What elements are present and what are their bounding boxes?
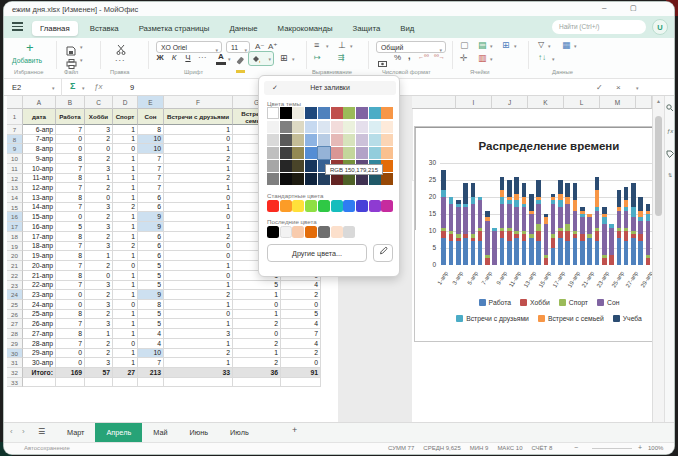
cell-A23[interactable]: 22-апр bbox=[23, 281, 56, 291]
cell-E18[interactable]: 6 bbox=[138, 232, 164, 242]
row-header-7[interactable]: 7 bbox=[7, 125, 23, 135]
functions-icon[interactable]: ƒx bbox=[665, 128, 674, 134]
cell-D20[interactable]: 1 bbox=[113, 251, 138, 261]
column-header-M[interactable]: M bbox=[600, 96, 636, 109]
cell-B21[interactable]: 7 bbox=[56, 261, 85, 271]
cell-B29[interactable]: 7 bbox=[56, 339, 85, 349]
cell-F30[interactable]: 2 bbox=[164, 349, 233, 359]
tint-color-swatch[interactable] bbox=[369, 121, 381, 133]
increase-decimal-icon[interactable]: ⁰⁰→ bbox=[434, 53, 445, 60]
theme-color-swatch[interactable] bbox=[318, 107, 330, 119]
cell-C24[interactable]: 2 bbox=[85, 290, 113, 300]
italic-button[interactable]: К bbox=[168, 53, 180, 62]
recent-color-swatch[interactable] bbox=[267, 226, 279, 238]
row-header-24[interactable]: 24 bbox=[7, 290, 23, 300]
cell-H28[interactable]: 7 bbox=[281, 329, 321, 339]
cell-C33[interactable] bbox=[85, 378, 113, 388]
conditional-format-caret-icon[interactable]: ▾ bbox=[574, 43, 577, 49]
cell-D25[interactable]: 0 bbox=[113, 300, 138, 310]
header-cell-C1[interactable]: Хобби bbox=[85, 109, 113, 125]
prev-sheet-icon[interactable]: ‹ bbox=[10, 427, 13, 436]
borders-button[interactable]: ⊞ bbox=[280, 53, 288, 63]
tint-color-swatch[interactable] bbox=[292, 173, 304, 185]
cell-B12[interactable]: 8 bbox=[56, 174, 85, 184]
row-header-28[interactable]: 28 bbox=[7, 329, 23, 339]
cell-C27[interactable]: 3 bbox=[85, 319, 113, 329]
insert-row-icon[interactable]: ▤ bbox=[478, 40, 487, 50]
cell-B23[interactable]: 7 bbox=[56, 281, 85, 291]
row-header-18[interactable]: 18 bbox=[7, 232, 23, 242]
tint-color-swatch[interactable] bbox=[369, 134, 381, 146]
zoom-out-button[interactable]: − bbox=[574, 444, 578, 451]
cell-E11[interactable]: 7 bbox=[138, 164, 164, 174]
row-header-25[interactable]: 25 bbox=[7, 300, 23, 310]
cell-F7[interactable]: 1 bbox=[164, 125, 233, 135]
cell-F21[interactable]: 1 bbox=[164, 261, 233, 271]
theme-color-swatch[interactable] bbox=[331, 107, 343, 119]
cell-B18[interactable]: 8 bbox=[56, 232, 85, 242]
cell-A24[interactable]: 23-апр bbox=[23, 290, 56, 300]
chart-object[interactable]: Распределение времени 0510152025301-апр3… bbox=[414, 126, 652, 342]
increase-font-icon[interactable]: A⁺ bbox=[268, 42, 278, 51]
theme-color-swatch[interactable] bbox=[369, 107, 381, 119]
tint-color-swatch[interactable] bbox=[381, 160, 393, 172]
tint-color-swatch[interactable] bbox=[280, 160, 292, 172]
cell-H27[interactable]: 4 bbox=[281, 319, 321, 329]
cell-E15[interactable]: 6 bbox=[138, 203, 164, 213]
cell-D23[interactable]: 1 bbox=[113, 281, 138, 291]
cell-C17[interactable]: 3 bbox=[85, 222, 113, 232]
cell-D24[interactable]: 1 bbox=[113, 290, 138, 300]
cell-A12[interactable]: 11-апр bbox=[23, 174, 56, 184]
cell-F29[interactable]: 1 bbox=[164, 339, 233, 349]
tint-color-swatch[interactable] bbox=[280, 173, 292, 185]
cell-F24[interactable]: 2 bbox=[164, 290, 233, 300]
cell-B26[interactable]: 8 bbox=[56, 310, 85, 320]
menu-tab-Макрокоманды[interactable]: Макрокоманды bbox=[270, 21, 341, 36]
cell-F12[interactable]: 2 bbox=[164, 174, 233, 184]
cell-D9[interactable]: 0 bbox=[113, 144, 138, 154]
cell-B25[interactable]: 0 bbox=[56, 300, 85, 310]
column-header-E[interactable]: E bbox=[138, 96, 164, 109]
sheet-tab-Апрель[interactable]: Апрель bbox=[95, 423, 142, 443]
cell-H32[interactable]: 91 bbox=[281, 368, 321, 378]
cell-B27[interactable]: 7 bbox=[56, 319, 85, 329]
row-header-21[interactable]: 21 bbox=[7, 261, 23, 271]
sum-function-button[interactable]: Σ bbox=[70, 81, 75, 91]
cell-F13[interactable]: 1 bbox=[164, 183, 233, 193]
cell-A11[interactable]: 10-апр bbox=[23, 164, 56, 174]
confirm-entry-icon[interactable]: ✓ bbox=[596, 83, 603, 92]
cell-E22[interactable]: 5 bbox=[138, 271, 164, 281]
add-button[interactable]: Добавить bbox=[12, 57, 42, 64]
conditional-format-icon[interactable]: ▦ bbox=[562, 40, 571, 50]
sort-icon[interactable]: ↑↓ bbox=[538, 53, 546, 62]
insert-row-caret-icon[interactable]: ▾ bbox=[490, 43, 493, 49]
tint-color-swatch[interactable] bbox=[280, 147, 292, 159]
cell-G27[interactable]: 2 bbox=[233, 319, 281, 329]
cell-A26[interactable]: 25-апр bbox=[23, 310, 56, 320]
sheet-tab-Март[interactable]: Март bbox=[56, 423, 95, 443]
cell-G31[interactable]: 2 bbox=[233, 358, 281, 368]
cell-B10[interactable]: 8 bbox=[56, 154, 85, 164]
row-header-26[interactable]: 26 bbox=[7, 310, 23, 320]
cell-E16[interactable]: 9 bbox=[138, 212, 164, 222]
cell-A29[interactable]: 28-апр bbox=[23, 339, 56, 349]
standard-color-swatch[interactable] bbox=[280, 200, 292, 212]
cell-F15[interactable]: 1 bbox=[164, 203, 233, 213]
tint-color-swatch[interactable] bbox=[267, 134, 279, 146]
insert-cells-icon[interactable]: ▢ bbox=[460, 40, 469, 50]
cell-F17[interactable]: 1 bbox=[164, 222, 233, 232]
cell-F9[interactable]: 1 bbox=[164, 144, 233, 154]
cell-F11[interactable]: 1 bbox=[164, 164, 233, 174]
cell-E33[interactable] bbox=[138, 378, 164, 388]
column-header-partial[interactable] bbox=[636, 96, 652, 109]
menu-tab-Разметка страницы[interactable]: Разметка страницы bbox=[131, 21, 218, 36]
cell-E14[interactable]: 6 bbox=[138, 193, 164, 203]
tint-color-swatch[interactable] bbox=[356, 147, 368, 159]
cell-F25[interactable]: 1 bbox=[164, 300, 233, 310]
cell-C21[interactable]: 2 bbox=[85, 261, 113, 271]
cell-E32[interactable]: 213 bbox=[138, 368, 164, 378]
column-header-partial[interactable] bbox=[412, 96, 456, 109]
more-font-icon[interactable]: ⋯ bbox=[196, 53, 208, 62]
cell-A8[interactable]: 7-апр bbox=[23, 135, 56, 145]
cell-B32[interactable]: 169 bbox=[56, 368, 85, 378]
